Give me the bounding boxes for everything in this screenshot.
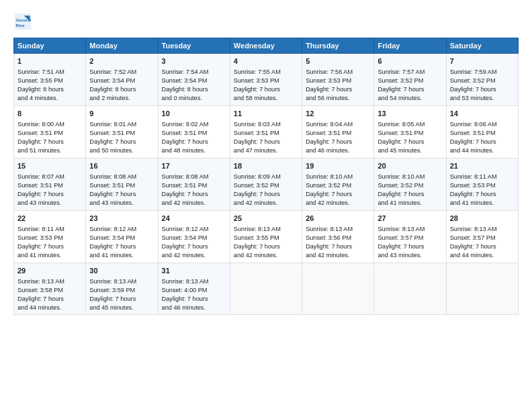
day-number: 18 bbox=[234, 161, 298, 171]
day-number: 3 bbox=[162, 56, 226, 66]
day-cell: 29Sunrise: 8:13 AMSunset: 3:58 PMDayligh… bbox=[14, 263, 86, 315]
header: General Blue bbox=[13, 12, 519, 31]
day-cell: 30Sunrise: 8:13 AMSunset: 3:59 PMDayligh… bbox=[86, 263, 158, 315]
day-number: 21 bbox=[450, 161, 515, 171]
svg-text:General: General bbox=[16, 17, 32, 22]
header-cell-sunday: Sunday bbox=[14, 38, 86, 54]
day-number: 30 bbox=[89, 266, 154, 276]
header-cell-monday: Monday bbox=[86, 38, 158, 54]
day-cell: 18Sunrise: 8:09 AMSunset: 3:52 PMDayligh… bbox=[230, 158, 302, 210]
day-number: 22 bbox=[17, 214, 82, 224]
day-number: 24 bbox=[162, 214, 226, 224]
svg-text:Blue: Blue bbox=[16, 23, 26, 28]
day-cell: 25Sunrise: 8:13 AMSunset: 3:55 PMDayligh… bbox=[230, 210, 302, 263]
day-number: 16 bbox=[89, 161, 154, 171]
header-row: SundayMondayTuesdayWednesdayThursdayFrid… bbox=[14, 38, 519, 54]
day-number: 1 bbox=[17, 56, 82, 66]
day-cell: 12Sunrise: 8:04 AMSunset: 3:51 PMDayligh… bbox=[302, 105, 374, 158]
week-row-3: 15Sunrise: 8:07 AMSunset: 3:51 PMDayligh… bbox=[14, 158, 519, 210]
day-number: 7 bbox=[450, 56, 515, 66]
logo: General Blue bbox=[13, 12, 32, 31]
logo-icon: General Blue bbox=[13, 12, 32, 31]
page: General Blue SundayMondayTuesdayWednesda… bbox=[0, 0, 532, 411]
header-cell-saturday: Saturday bbox=[446, 38, 518, 54]
day-cell bbox=[302, 263, 374, 315]
day-cell: 6Sunrise: 7:57 AMSunset: 3:52 PMDaylight… bbox=[374, 54, 446, 106]
header-cell-thursday: Thursday bbox=[302, 38, 374, 54]
day-number: 12 bbox=[306, 109, 370, 119]
day-cell: 14Sunrise: 8:06 AMSunset: 3:51 PMDayligh… bbox=[446, 105, 518, 158]
day-number: 20 bbox=[378, 161, 442, 171]
day-number: 14 bbox=[450, 109, 515, 119]
day-cell: 16Sunrise: 8:08 AMSunset: 3:51 PMDayligh… bbox=[86, 158, 158, 210]
day-cell: 20Sunrise: 8:10 AMSunset: 3:52 PMDayligh… bbox=[374, 158, 446, 210]
day-cell: 31Sunrise: 8:13 AMSunset: 4:00 PMDayligh… bbox=[158, 263, 230, 315]
day-number: 27 bbox=[378, 214, 442, 224]
day-number: 9 bbox=[89, 109, 154, 119]
calendar-table: SundayMondayTuesdayWednesdayThursdayFrid… bbox=[13, 38, 519, 315]
day-cell: 17Sunrise: 8:08 AMSunset: 3:51 PMDayligh… bbox=[158, 158, 230, 210]
day-cell: 21Sunrise: 8:11 AMSunset: 3:53 PMDayligh… bbox=[446, 158, 518, 210]
day-cell: 23Sunrise: 8:12 AMSunset: 3:54 PMDayligh… bbox=[86, 210, 158, 263]
week-row-5: 29Sunrise: 8:13 AMSunset: 3:58 PMDayligh… bbox=[14, 263, 519, 315]
day-cell: 9Sunrise: 8:01 AMSunset: 3:51 PMDaylight… bbox=[86, 105, 158, 158]
day-cell: 19Sunrise: 8:10 AMSunset: 3:52 PMDayligh… bbox=[302, 158, 374, 210]
day-cell bbox=[374, 263, 446, 315]
day-number: 5 bbox=[306, 56, 370, 66]
week-row-2: 8Sunrise: 8:00 AMSunset: 3:51 PMDaylight… bbox=[14, 105, 519, 158]
day-cell: 28Sunrise: 8:13 AMSunset: 3:57 PMDayligh… bbox=[446, 210, 518, 263]
day-cell: 3Sunrise: 7:54 AMSunset: 3:54 PMDaylight… bbox=[158, 54, 230, 106]
day-cell: 8Sunrise: 8:00 AMSunset: 3:51 PMDaylight… bbox=[14, 105, 86, 158]
day-cell: 27Sunrise: 8:13 AMSunset: 3:57 PMDayligh… bbox=[374, 210, 446, 263]
day-cell: 4Sunrise: 7:55 AMSunset: 3:53 PMDaylight… bbox=[230, 54, 302, 106]
day-number: 28 bbox=[450, 214, 515, 224]
day-cell: 24Sunrise: 8:12 AMSunset: 3:54 PMDayligh… bbox=[158, 210, 230, 263]
day-cell: 22Sunrise: 8:11 AMSunset: 3:53 PMDayligh… bbox=[14, 210, 86, 263]
day-cell: 26Sunrise: 8:13 AMSunset: 3:56 PMDayligh… bbox=[302, 210, 374, 263]
day-number: 19 bbox=[306, 161, 370, 171]
day-number: 8 bbox=[17, 109, 82, 119]
week-row-4: 22Sunrise: 8:11 AMSunset: 3:53 PMDayligh… bbox=[14, 210, 519, 263]
day-number: 6 bbox=[378, 56, 442, 66]
day-number: 23 bbox=[89, 214, 154, 224]
day-cell: 1Sunrise: 7:51 AMSunset: 3:55 PMDaylight… bbox=[14, 54, 86, 106]
day-number: 13 bbox=[378, 109, 442, 119]
day-cell bbox=[446, 263, 518, 315]
header-cell-wednesday: Wednesday bbox=[230, 38, 302, 54]
week-row-1: 1Sunrise: 7:51 AMSunset: 3:55 PMDaylight… bbox=[14, 54, 519, 106]
day-cell: 2Sunrise: 7:52 AMSunset: 3:54 PMDaylight… bbox=[86, 54, 158, 106]
day-number: 25 bbox=[234, 214, 298, 224]
header-cell-tuesday: Tuesday bbox=[158, 38, 230, 54]
header-cell-friday: Friday bbox=[374, 38, 446, 54]
day-number: 11 bbox=[234, 109, 298, 119]
day-number: 10 bbox=[162, 109, 226, 119]
day-cell: 11Sunrise: 8:03 AMSunset: 3:51 PMDayligh… bbox=[230, 105, 302, 158]
day-cell: 15Sunrise: 8:07 AMSunset: 3:51 PMDayligh… bbox=[14, 158, 86, 210]
day-number: 26 bbox=[306, 214, 370, 224]
day-cell: 5Sunrise: 7:56 AMSunset: 3:53 PMDaylight… bbox=[302, 54, 374, 106]
day-cell: 7Sunrise: 7:59 AMSunset: 3:52 PMDaylight… bbox=[446, 54, 518, 106]
day-number: 2 bbox=[89, 56, 154, 66]
day-number: 29 bbox=[17, 266, 82, 276]
day-cell bbox=[230, 263, 302, 315]
day-cell: 13Sunrise: 8:05 AMSunset: 3:51 PMDayligh… bbox=[374, 105, 446, 158]
day-cell: 10Sunrise: 8:02 AMSunset: 3:51 PMDayligh… bbox=[158, 105, 230, 158]
day-number: 4 bbox=[234, 56, 298, 66]
day-number: 15 bbox=[17, 161, 82, 171]
day-number: 17 bbox=[162, 161, 226, 171]
day-number: 31 bbox=[162, 266, 226, 276]
